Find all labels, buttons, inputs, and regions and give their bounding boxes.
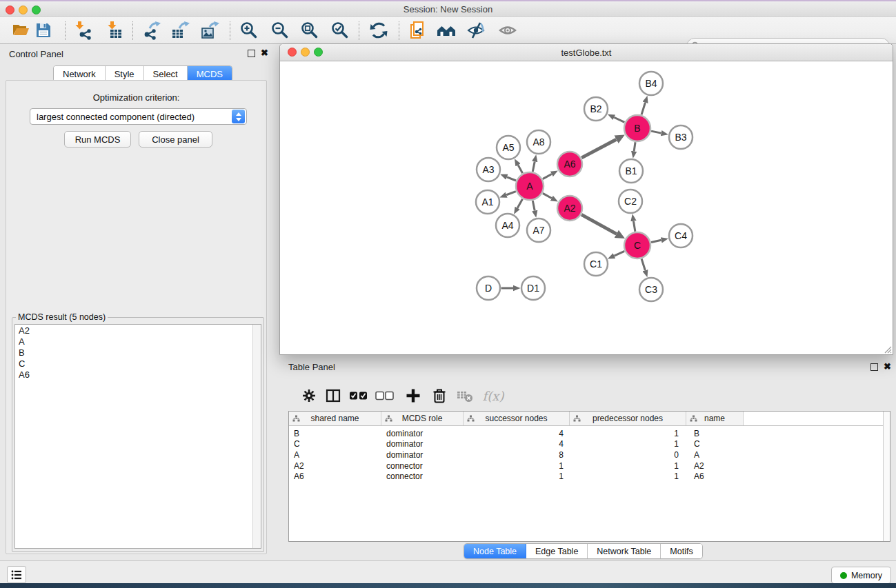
tab-network-table[interactable]: Network Table — [588, 544, 661, 558]
edge-A-A2[interactable] — [543, 193, 552, 198]
graph-node-A8[interactable]: A8 — [527, 130, 550, 154]
close-panel-button[interactable]: ✖ — [261, 48, 268, 58]
add-column-button[interactable] — [404, 387, 422, 405]
graph-node-D1[interactable]: D1 — [521, 276, 545, 300]
tab-motifs[interactable]: Motifs — [661, 544, 701, 558]
column-header-MCDS-role[interactable]: MCDS role — [381, 412, 464, 425]
zoom-selected-button[interactable] — [330, 20, 350, 41]
zoom-out-button[interactable] — [270, 20, 290, 41]
table-settings-button[interactable] — [300, 387, 318, 405]
two-houses-button[interactable] — [436, 20, 457, 41]
graph-node-C2[interactable]: C2 — [619, 190, 642, 213]
import-table-button[interactable] — [104, 20, 125, 41]
edge-A-A7[interactable] — [532, 201, 535, 211]
table-scrollbar[interactable] — [883, 412, 890, 541]
graph-node-A1[interactable]: A1 — [476, 190, 499, 214]
float-panel-button[interactable] — [248, 50, 255, 57]
table-cell[interactable]: 8 — [464, 450, 570, 460]
delete-column-button[interactable] — [430, 387, 448, 405]
graph-node-A[interactable]: A — [516, 172, 544, 200]
float-panel-button[interactable] — [870, 363, 878, 371]
graph-node-C3[interactable]: C3 — [639, 278, 663, 301]
table-cell[interactable]: C — [686, 439, 744, 449]
edge-A-A5[interactable] — [518, 165, 523, 173]
tab-edge-table[interactable]: Edge Table — [526, 544, 588, 558]
table-row[interactable]: Cdominator41C — [289, 439, 890, 450]
tab-network[interactable]: Network — [54, 66, 106, 81]
table-cell[interactable]: 1 — [570, 472, 686, 481]
graph-node-D[interactable]: D — [477, 276, 500, 300]
edge-A-A1[interactable] — [506, 192, 516, 195]
table-cell[interactable]: 4 — [464, 429, 570, 438]
column-header-predecessor-nodes[interactable]: predecessor nodes — [570, 412, 686, 425]
tab-select[interactable]: Select — [144, 66, 188, 81]
table-cell[interactable]: 1 — [570, 461, 686, 471]
resize-grip-icon[interactable] — [884, 345, 892, 354]
close-panel-button[interactable]: Close panel — [139, 131, 212, 148]
hide-graphics-details-button[interactable] — [466, 20, 486, 41]
graph-node-A3[interactable]: A3 — [477, 158, 500, 181]
edge-C-C3[interactable] — [641, 259, 645, 271]
table-cell[interactable]: C — [289, 439, 381, 449]
graph-node-B[interactable]: B — [624, 115, 650, 141]
delete-table-button[interactable] — [456, 387, 474, 405]
mcds-result-scrollbar[interactable] — [252, 325, 261, 548]
deselect-all-button[interactable] — [375, 387, 395, 405]
mcds-result-item[interactable]: C — [16, 358, 251, 369]
edge-B-B4[interactable] — [641, 103, 645, 115]
tab-style[interactable]: Style — [106, 66, 144, 81]
column-header-successor-nodes[interactable]: successor nodes — [464, 412, 570, 425]
edge-B-B1[interactable] — [634, 142, 635, 151]
edge-A-A6[interactable] — [543, 174, 552, 179]
run-mcds-button[interactable]: Run MCDS — [64, 131, 131, 148]
graph-node-A2[interactable]: A2 — [557, 196, 582, 221]
table-row[interactable]: Adominator80A — [289, 449, 890, 460]
export-image-button[interactable] — [199, 20, 220, 41]
new-network-from-selection-button[interactable] — [407, 20, 428, 41]
function-builder-button[interactable]: f(x) — [481, 387, 505, 405]
column-header-name[interactable]: name — [686, 412, 744, 425]
import-network-button[interactable] — [73, 20, 94, 41]
table-cell[interactable]: 1 — [464, 461, 570, 471]
edge-C-C4[interactable] — [651, 240, 661, 242]
criterion-dropdown[interactable]: largest connected component (directed) — [30, 108, 247, 125]
graph-node-B3[interactable]: B3 — [669, 125, 693, 149]
table-cell[interactable]: 1 — [570, 429, 686, 438]
table-cell[interactable]: 4 — [464, 439, 570, 449]
mcds-result-item[interactable]: A — [16, 336, 251, 347]
mcds-result-item[interactable]: A6 — [16, 369, 251, 381]
table-row[interactable]: Bdominator41B — [289, 428, 890, 439]
tab-mcds[interactable]: MCDS — [188, 66, 232, 81]
table-cell[interactable]: dominator — [381, 439, 464, 449]
table-cell[interactable]: dominator — [381, 429, 464, 438]
tab-node-table[interactable]: Node Table — [464, 544, 526, 558]
graph-node-B1[interactable]: B1 — [619, 159, 643, 183]
table-cell[interactable]: connector — [381, 461, 464, 471]
table-cell[interactable]: A — [289, 450, 381, 460]
network-graph[interactable]: B4B2BB3A8A5A6B1A3AA1C2A2A4A7C4CC1C3DD1 — [280, 61, 893, 354]
zoom-in-button[interactable] — [239, 20, 259, 41]
edge-A-A3[interactable] — [507, 177, 516, 181]
table-row[interactable]: A6connector11A6 — [289, 471, 890, 482]
edge-A-A8[interactable] — [532, 161, 535, 172]
table-cell[interactable]: A6 — [289, 472, 381, 481]
table-cell[interactable]: 1 — [570, 439, 686, 449]
zoom-fit-button[interactable] — [299, 20, 320, 41]
mcds-result-item[interactable]: B — [16, 347, 251, 358]
graph-node-A6[interactable]: A6 — [557, 152, 582, 176]
graph-node-B4[interactable]: B4 — [639, 72, 663, 95]
edge-A2-C[interactable] — [581, 214, 617, 234]
show-graphics-details-button[interactable] — [497, 20, 518, 41]
table-cell[interactable]: A2 — [289, 461, 381, 471]
network-canvas[interactable]: B4B2BB3A8A5A6B1A3AA1C2A2A4A7C4CC1C3DD1 — [280, 61, 893, 354]
table-cell[interactable]: A6 — [686, 472, 744, 481]
export-network-button[interactable] — [141, 20, 161, 41]
graph-node-A5[interactable]: A5 — [497, 136, 520, 159]
refresh-button[interactable] — [368, 20, 389, 41]
table-cell[interactable]: dominator — [381, 450, 464, 460]
edge-A-A4[interactable] — [517, 199, 522, 208]
mcds-result-item[interactable]: A2 — [16, 325, 251, 336]
column-header-shared-name[interactable]: shared name — [289, 412, 381, 425]
show-columns-button[interactable] — [324, 387, 342, 405]
graph-node-C1[interactable]: C1 — [584, 252, 608, 276]
